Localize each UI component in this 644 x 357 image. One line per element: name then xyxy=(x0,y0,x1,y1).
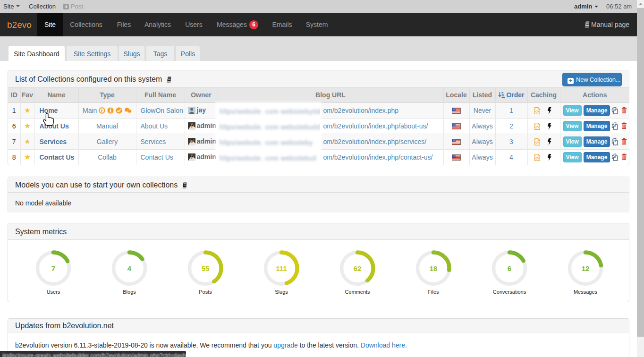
svg-text:6: 6 xyxy=(508,264,511,272)
svg-text:55: 55 xyxy=(202,264,210,272)
svg-text:18: 18 xyxy=(430,264,438,272)
svg-text:111: 111 xyxy=(276,264,287,272)
svg-text:62: 62 xyxy=(354,264,362,272)
svg-text:7: 7 xyxy=(51,264,55,272)
svg-text:12: 12 xyxy=(582,264,590,272)
svg-text:4: 4 xyxy=(127,264,132,272)
